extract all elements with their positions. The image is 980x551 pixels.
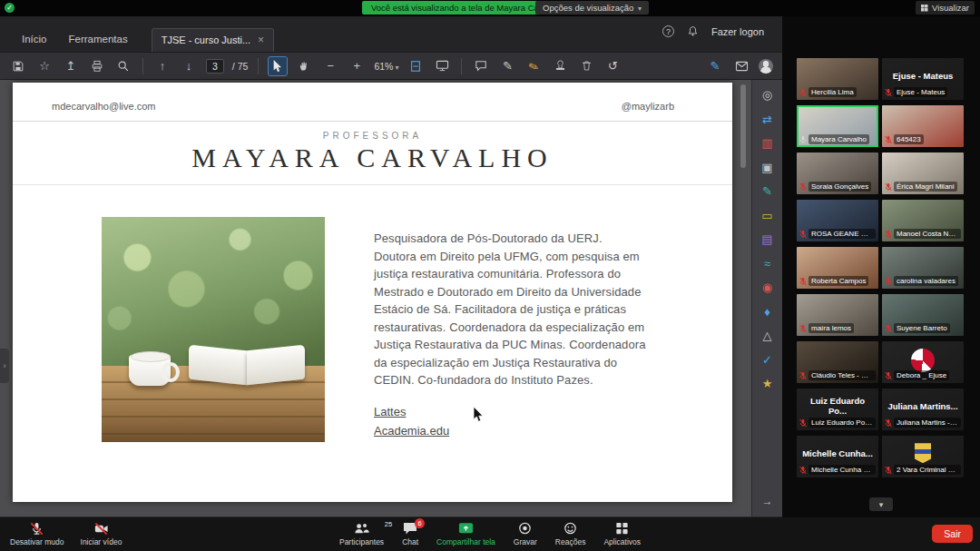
participant-tile[interactable]: Hercília Lima: [797, 58, 878, 100]
tab-ferramentas[interactable]: Ferramentas: [58, 28, 139, 52]
print-icon[interactable]: [88, 57, 106, 75]
save-icon[interactable]: [9, 57, 27, 75]
protect-icon[interactable]: ★: [760, 377, 776, 391]
participant-tile[interactable]: Juliana Martins... Juliana Martins - juí…: [882, 389, 964, 430]
presentation-mode-icon[interactable]: [433, 57, 451, 75]
search-icon[interactable]: ◎: [760, 88, 776, 103]
antivirus-tray-icon[interactable]: ✓: [5, 3, 15, 13]
participant-tile[interactable]: carolina valadares: [882, 247, 964, 289]
participant-tile[interactable]: Ejuse - Mateus Ejuse - Mateus: [882, 58, 964, 100]
record-button[interactable]: Gravar: [507, 519, 544, 548]
zoom-level-dropdown[interactable]: 61%▾: [374, 61, 398, 72]
vertical-scrollbar[interactable]: [740, 84, 746, 168]
highlight-icon[interactable]: ≈: [760, 257, 776, 271]
view-options-button[interactable]: Opções de visualização ▾: [535, 1, 649, 15]
participant-tile[interactable]: 2 Vara Criminal Socor...: [882, 436, 964, 477]
participant-tile[interactable]: Luiz Eduardo Po... Luiz Eduardo Portela: [797, 389, 878, 430]
participant-name: maíra lemos: [808, 323, 854, 333]
participant-tile[interactable]: Cláudio Teles - Ejuse: [797, 341, 878, 383]
rotate-icon[interactable]: ↺: [603, 57, 622, 75]
start-video-button[interactable]: Iniciar vídeo: [74, 519, 129, 548]
share-icon[interactable]: ↥: [62, 57, 80, 75]
fit-width-icon[interactable]: [407, 57, 425, 75]
email-icon[interactable]: [732, 57, 750, 75]
participant-tile[interactable]: ROSA GEANE NASCI...: [797, 200, 878, 241]
notifications-bell-icon[interactable]: [687, 25, 699, 37]
export-pdf-icon[interactable]: ⇄: [760, 113, 776, 127]
next-page-icon[interactable]: ↓: [180, 57, 198, 75]
ejuse-logo: [911, 349, 935, 372]
page-number-input[interactable]: 3: [206, 59, 224, 74]
slide-title: MAYARA CARVALHO: [13, 143, 732, 185]
participant-tile[interactable]: Debora _ Ejuse: [882, 341, 964, 383]
reactions-button[interactable]: Reações: [549, 519, 593, 548]
zoom-out-icon[interactable]: −: [321, 57, 339, 75]
close-tab-icon[interactable]: ×: [258, 34, 264, 46]
measure-icon[interactable]: △: [760, 329, 776, 343]
star-icon[interactable]: ☆: [35, 57, 54, 75]
left-panel-collapse-arrow[interactable]: ›: [0, 349, 9, 383]
mute-button[interactable]: Desativar mudo: [4, 519, 71, 548]
snapshot-icon[interactable]: ▣: [760, 161, 776, 175]
participant-tile[interactable]: Soraia Gonçalves: [797, 153, 878, 194]
participant-tile[interactable]: Manoel Costa Neto: [882, 200, 964, 241]
share-screen-button[interactable]: Compartilhar tela: [430, 519, 502, 548]
view-options-label: Opções de visualização: [543, 3, 633, 13]
camera-off-icon: [93, 521, 109, 536]
login-button[interactable]: Fazer logon: [711, 26, 764, 37]
rail-collapse-icon[interactable]: →: [762, 495, 773, 507]
muted-mic-icon: [885, 182, 892, 192]
participant-tile[interactable]: Mayara Carvalho: [797, 105, 878, 147]
delete-icon[interactable]: [577, 57, 595, 75]
muted-mic-icon: [799, 466, 807, 475]
participant-tile[interactable]: Érica Magri Milani: [882, 153, 964, 194]
pdf-tab-bar: Início Ferramentas TJSE - curso Justi...…: [0, 16, 782, 52]
document-tab[interactable]: TJSE - curso Justi... ×: [152, 28, 274, 52]
document-viewport[interactable]: mdecarvalho@live.com @maylizarb PROFESSO…: [0, 80, 782, 517]
academia-link[interactable]: Academia.edu: [374, 424, 449, 438]
apps-button[interactable]: Aplicativos: [597, 519, 647, 548]
edit-icon[interactable]: ✎: [760, 184, 776, 199]
typewriter-icon[interactable]: ▤: [760, 232, 776, 247]
scroll-down-button[interactable]: ▾: [869, 497, 893, 511]
record-icon: [517, 521, 533, 536]
muted-mic-icon: [885, 277, 892, 286]
slide-kicker: PROFESSORA: [13, 131, 732, 141]
mic-muted-icon: [29, 521, 44, 536]
attachments-icon[interactable]: ♦: [760, 305, 776, 320]
muted-mic-icon: [885, 324, 892, 333]
participant-tile[interactable]: 645423: [882, 105, 964, 147]
top-bar: ✓ Você está visualizando a tela de Mayar…: [0, 0, 980, 16]
help-icon[interactable]: ?: [662, 25, 674, 37]
esign-icon[interactable]: ✎: [706, 57, 724, 75]
signature-icon[interactable]: ✓: [760, 353, 776, 368]
hand-tool-icon[interactable]: [295, 57, 313, 75]
select-tool-icon[interactable]: [269, 57, 287, 75]
lattes-link[interactable]: Lattes: [374, 405, 406, 418]
comment-icon[interactable]: ▭: [760, 209, 776, 223]
participant-tile[interactable]: Suyene Barreto: [882, 294, 964, 336]
participant-tile[interactable]: Roberta Campos: [797, 247, 878, 289]
leave-meeting-button[interactable]: Sair: [932, 525, 973, 543]
chat-unread-badge: 6: [415, 518, 425, 528]
participants-button[interactable]: 25 Participantes: [333, 519, 390, 548]
zoom-search-icon[interactable]: [114, 57, 132, 75]
stamp-icon[interactable]: ◉: [760, 280, 776, 295]
view-mode-button[interactable]: Visualizar: [916, 1, 975, 15]
stamp-icon[interactable]: [551, 57, 569, 75]
comment-icon[interactable]: [472, 57, 490, 75]
chat-button[interactable]: 6 Chat: [396, 519, 425, 548]
participant-tile[interactable]: maíra lemos: [797, 294, 878, 336]
participant-tile[interactable]: Michelle Cunha... Michelle Cunha mat...: [797, 436, 878, 477]
tab-inicio[interactable]: Início: [11, 28, 58, 52]
participant-name: Soraia Gonçalves: [808, 182, 871, 192]
account-avatar-icon[interactable]: [759, 59, 773, 74]
previous-page-icon[interactable]: ↑: [153, 57, 172, 75]
organize-pages-icon[interactable]: ▥: [760, 136, 776, 151]
muted-mic-icon: [885, 88, 892, 97]
pdf-right-rail: ◎ ⇄ ▥ ▣ ✎ ▭ ▤ ≈ ◉ ♦ △ ✓ ★ →: [751, 80, 782, 517]
participant-name: Hercília Lima: [808, 87, 857, 97]
zoom-in-icon[interactable]: +: [348, 57, 366, 75]
highlight-icon[interactable]: ✎: [498, 57, 516, 75]
sign-icon[interactable]: ✎: [523, 54, 545, 77]
